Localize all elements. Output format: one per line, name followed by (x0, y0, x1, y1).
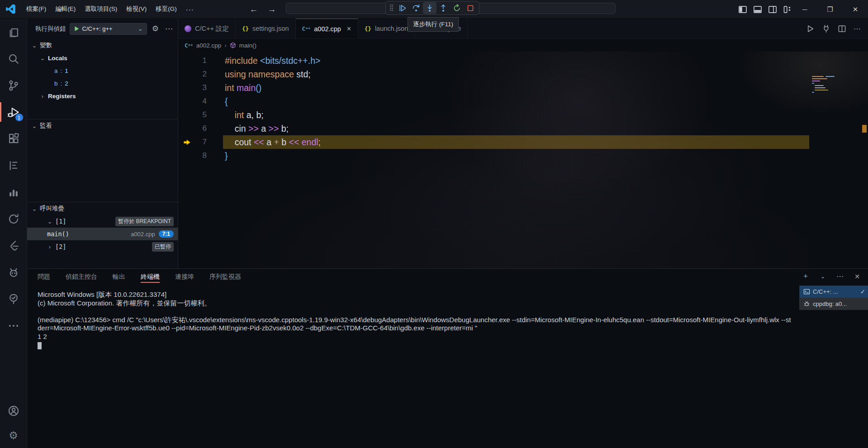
source-control-icon[interactable] (0, 72, 27, 99)
debug-settings-gear-icon[interactable]: ⚙ (151, 24, 160, 33)
code-line-5[interactable]: 5 int a, b; (178, 108, 868, 122)
back-icon[interactable]: ← (248, 5, 260, 14)
terminal-instance-1[interactable]: C/C++: ...✓ (800, 286, 868, 298)
terminal-dropdown-icon[interactable]: ⌄ (818, 273, 827, 280)
terminal-instance-label: cppdbg: a0... (813, 300, 847, 307)
toggle-panel-icon[interactable] (753, 5, 762, 14)
panel-actions: ＋ ⌄ ⋯ ✕ (801, 272, 862, 281)
line-content: cin >> a >> b; (223, 122, 868, 135)
terminal-line: (c) Microsoft Corporation. 著作權所有，並保留一切權利… (38, 299, 794, 308)
code-line-2[interactable]: 2using namespace std; (178, 67, 868, 81)
panel-tab-終端機[interactable]: 終端機 (141, 269, 160, 285)
panel-tab-問題[interactable]: 問題 (38, 269, 50, 285)
variables-section-header[interactable]: ⌄變數 (27, 39, 178, 52)
debug-restart-button[interactable] (450, 2, 464, 14)
leetcode-icon[interactable] (0, 232, 27, 259)
menu-overflow[interactable]: ··· (181, 5, 199, 13)
thread-row-2[interactable]: ›[2] 已暫停 (27, 240, 178, 253)
terminal-cursor (38, 342, 42, 349)
bottom-panel: 問題偵錯主控台輸出終端機連接埠序列監視器 ＋ ⌄ ⋯ ✕ Microsoft W… (27, 268, 868, 448)
sidebar-more-icon[interactable]: ⋯ (164, 24, 174, 33)
panel-more-icon[interactable]: ⋯ (835, 272, 844, 281)
debug-launch-config-button[interactable]: C/C++: g++ ⌄ (70, 23, 147, 35)
call-stack-header[interactable]: ⌄呼叫堆疊 (27, 202, 178, 215)
json-file-icon: {} (365, 25, 371, 32)
variable-row-a[interactable]: a:1 (27, 64, 178, 77)
line-number: 5 (178, 108, 223, 122)
plug-icon[interactable] (822, 24, 830, 33)
cpp-extension-icon (185, 25, 191, 32)
account-icon[interactable] (0, 398, 27, 423)
outline-list-icon[interactable] (0, 152, 27, 179)
menu-item[interactable]: 移至(G) (151, 3, 181, 15)
code-line-6[interactable]: 6 cin >> a >> b; (178, 122, 868, 135)
code-line-1[interactable]: 1#include <bits/stdc++.h> (178, 54, 868, 67)
debug-step-out-button[interactable] (436, 2, 450, 14)
panel-tab-連接埠[interactable]: 連接埠 (175, 269, 194, 285)
code-line-3[interactable]: 3int main() (178, 81, 868, 95)
debug-step-into-button[interactable] (423, 2, 436, 14)
todo-tree-icon[interactable] (0, 286, 27, 312)
toggle-sidebar-icon[interactable] (738, 5, 747, 14)
frame-position-badge: 7:1 (159, 230, 174, 238)
symbol-method-icon (230, 42, 236, 48)
code-editor[interactable]: 1#include <bits/stdc++.h>2using namespac… (178, 52, 868, 268)
debug-sidebar-header: 執行與偵錯 C/C++: g++ ⌄ ⚙ ⋯ (27, 19, 178, 39)
code-line-4[interactable]: 4{ (178, 95, 868, 108)
settings-gear-icon[interactable]: ⚙ (0, 423, 27, 448)
line-content: int a, b; (223, 108, 868, 122)
run-file-icon[interactable] (806, 24, 815, 33)
extensions-icon[interactable] (0, 125, 27, 152)
editor-more-icon[interactable]: ⋯ (854, 24, 861, 33)
search-icon[interactable] (0, 45, 27, 72)
run-and-debug-icon[interactable]: 1 (0, 99, 27, 125)
tab-a002.cpp[interactable]: C++a002.cpp✕ (296, 19, 358, 38)
tab-settings.json[interactable]: {}settings.json (236, 19, 296, 38)
customize-layout-icon[interactable] (783, 5, 792, 14)
toggle-secondary-sidebar-icon[interactable] (768, 5, 777, 14)
minimap[interactable] (812, 76, 838, 96)
breadcrumb-file[interactable]: a002.cpp (196, 42, 222, 49)
panel-tab-輸出[interactable]: 輸出 (113, 269, 125, 285)
registers-group[interactable]: ›Registers (27, 90, 178, 102)
minimize-icon[interactable]: ─ (792, 0, 817, 19)
debug-step-over-button[interactable] (409, 2, 423, 14)
debug-stop-button[interactable] (464, 2, 477, 14)
watch-section-header[interactable]: ⌄監看 (27, 119, 178, 132)
tab-C/C++ 設定[interactable]: C/C++ 設定 (178, 19, 236, 38)
explorer-icon[interactable] (0, 19, 27, 45)
terminal-output[interactable]: Microsoft Windows [版本 10.0.22621.3374](c… (38, 291, 794, 349)
close-panel-icon[interactable]: ✕ (853, 273, 862, 280)
stack-frame-main[interactable]: main() a002.cpp 7:1 (27, 228, 178, 240)
robot-icon[interactable] (0, 259, 27, 286)
menu-item[interactable]: 檢視(V) (122, 3, 151, 15)
tab-label: C/C++ 設定 (195, 24, 229, 33)
menu-item[interactable]: 編輯(E) (51, 3, 80, 15)
panel-tab-序列監視器[interactable]: 序列監視器 (209, 269, 241, 285)
panel-tab-偵錯主控台[interactable]: 偵錯主控台 (66, 269, 97, 285)
terminal-instance-2[interactable]: cppdbg: a0... (800, 298, 868, 310)
forward-icon[interactable]: → (266, 5, 278, 14)
locals-group[interactable]: ⌄Locals (27, 52, 178, 64)
menu-item[interactable]: 檔案(F) (22, 3, 51, 15)
variable-row-b[interactable]: b:2 (27, 77, 178, 90)
thread-row-1[interactable]: ⌄[1] 暫停於 BREAKPOINT (27, 215, 178, 228)
bar-chart-icon[interactable] (0, 179, 27, 205)
code-line-8[interactable]: 8} (178, 149, 868, 162)
restore-icon[interactable]: ❐ (817, 0, 843, 19)
close-tab-icon[interactable]: ✕ (346, 25, 351, 32)
sync-arrow-icon[interactable] (0, 205, 27, 232)
activity-bar: 1 ⚙ (0, 19, 27, 448)
split-editor-icon[interactable] (838, 24, 846, 33)
debug-continue-button[interactable] (396, 2, 409, 14)
more-views-icon[interactable] (0, 312, 27, 339)
new-terminal-icon[interactable]: ＋ (801, 272, 810, 281)
toolbar-drag-handle[interactable] (389, 4, 394, 12)
close-window-icon[interactable]: ✕ (843, 0, 868, 19)
tab-launch.json[interactable]: {}launch.json (358, 19, 415, 38)
code-line-7[interactable]: 7 cout << a + b << endl; (178, 135, 868, 149)
breadcrumb-symbol[interactable]: main() (239, 42, 256, 49)
terminal-line: 1 2 (38, 333, 794, 341)
step-into-tooltip: 逐步執行 (F11) (408, 17, 459, 32)
menu-item[interactable]: 選取項目(S) (80, 3, 122, 15)
